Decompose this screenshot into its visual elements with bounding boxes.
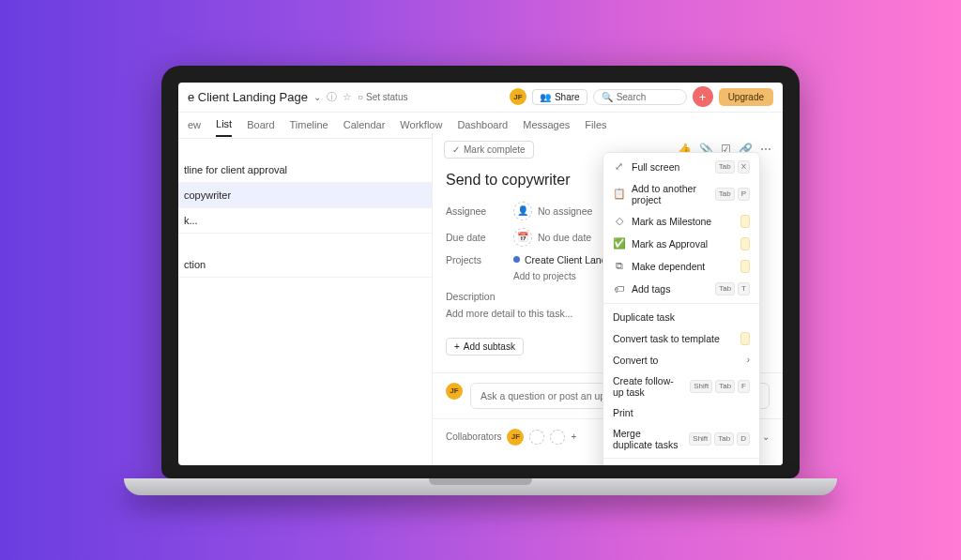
task-actions-menu: ⤢Full screenTabX 📋Add to another project… (603, 152, 760, 465)
top-bar: e Client Landing Page ⌄ ⓘ ☆ ○Set status … (178, 83, 783, 113)
laptop-base (124, 478, 837, 495)
approval-icon: ✅ (613, 237, 625, 250)
task-row[interactable]: ction (178, 252, 432, 278)
menu-mark-milestone[interactable]: ◇Mark as Milestone (603, 210, 759, 233)
tag-icon: 🏷 (613, 283, 625, 295)
task-row[interactable]: tline for client approval (178, 158, 432, 183)
menu-make-dependent[interactable]: ⧉Make dependent (603, 255, 759, 278)
expand-icon: ⤢ (613, 160, 625, 173)
upgrade-button[interactable]: Upgrade (719, 88, 773, 106)
assignee-value[interactable]: No assignee (538, 205, 592, 217)
assignee-label: Assignee (446, 205, 513, 217)
avatar[interactable]: JF (507, 429, 524, 446)
tab-list[interactable]: List (216, 118, 232, 137)
task-list: tline for client approval copywriter k..… (178, 139, 432, 278)
laptop-mockup: e Client Landing Page ⌄ ⓘ ☆ ○Set status … (161, 66, 800, 495)
menu-add-tags[interactable]: 🏷Add tagsTabT (603, 278, 759, 300)
screen-bezel: e Client Landing Page ⌄ ⓘ ☆ ○Set status … (161, 66, 800, 478)
tab-timeline[interactable]: Timeline (290, 119, 328, 136)
share-button[interactable]: 👥Share (532, 89, 587, 105)
search-icon: 🔍 (602, 92, 613, 102)
add-collaborator-slot[interactable] (550, 430, 565, 445)
task-row[interactable]: copywriter (178, 183, 432, 208)
menu-mark-approval[interactable]: ✅Mark as Approval (603, 233, 759, 255)
set-status-button[interactable]: ○Set status (358, 92, 408, 102)
plus-icon: + (454, 341, 460, 352)
menu-add-project[interactable]: 📋Add to another projectTabP (603, 178, 759, 210)
menu-duplicate[interactable]: Duplicate task (603, 307, 759, 327)
collaborators-label: Collaborators (446, 431, 501, 442)
menu-convert-template[interactable]: Convert task to template (603, 327, 759, 350)
task-row[interactable]: k... (178, 208, 432, 234)
add-collaborator-button[interactable]: + (571, 431, 576, 442)
project-title[interactable]: e Client Landing Page (188, 90, 308, 104)
milestone-icon: ◇ (613, 215, 625, 227)
mark-complete-button[interactable]: ✓Mark complete (444, 141, 534, 159)
more-icon[interactable]: ⋯ (760, 143, 771, 156)
check-icon: ✓ (452, 144, 460, 155)
menu-full-screen[interactable]: ⤢Full screenTabX (603, 156, 759, 178)
avatar: JF (446, 383, 463, 400)
dependency-icon: ⧉ (613, 260, 625, 272)
tab-board[interactable]: Board (247, 119, 274, 136)
project-color-dot (513, 256, 520, 263)
create-button[interactable]: + (693, 86, 713, 107)
clipboard-icon: 📋 (613, 188, 625, 200)
search-input[interactable]: 🔍Search (593, 89, 687, 105)
due-date-value[interactable]: No due date (538, 232, 591, 243)
chevron-down-icon: ⌄ (762, 431, 770, 442)
chevron-right-icon: › (747, 355, 750, 365)
add-subtask-button[interactable]: +Add subtask (446, 338, 524, 356)
add-collaborator-slot[interactable] (529, 430, 544, 445)
tab-overview[interactable]: ew (188, 119, 201, 136)
calendar-icon[interactable]: 📅 (513, 228, 532, 247)
due-date-label: Due date (446, 232, 513, 243)
info-icon[interactable]: ⓘ (327, 90, 337, 104)
menu-follow-up[interactable]: Create follow-up taskShiftTabF (603, 371, 759, 402)
star-icon[interactable]: ☆ (343, 91, 352, 103)
menu-print[interactable]: Print (603, 402, 759, 423)
menu-merge[interactable]: Merge duplicate tasksShiftTabD (603, 423, 759, 455)
people-icon: 👥 (540, 92, 551, 102)
chevron-down-icon[interactable]: ⌄ (313, 92, 321, 102)
assignee-icon[interactable]: 👤 (513, 202, 532, 220)
menu-delete-task[interactable]: Delete taskTabBksp (603, 462, 759, 465)
menu-convert-to[interactable]: Convert to› (603, 350, 759, 371)
projects-label: Projects (446, 254, 513, 265)
app-screen: e Client Landing Page ⌄ ⓘ ☆ ○Set status … (178, 83, 783, 465)
avatar[interactable]: JF (510, 88, 526, 105)
tab-calendar[interactable]: Calendar (343, 119, 386, 136)
